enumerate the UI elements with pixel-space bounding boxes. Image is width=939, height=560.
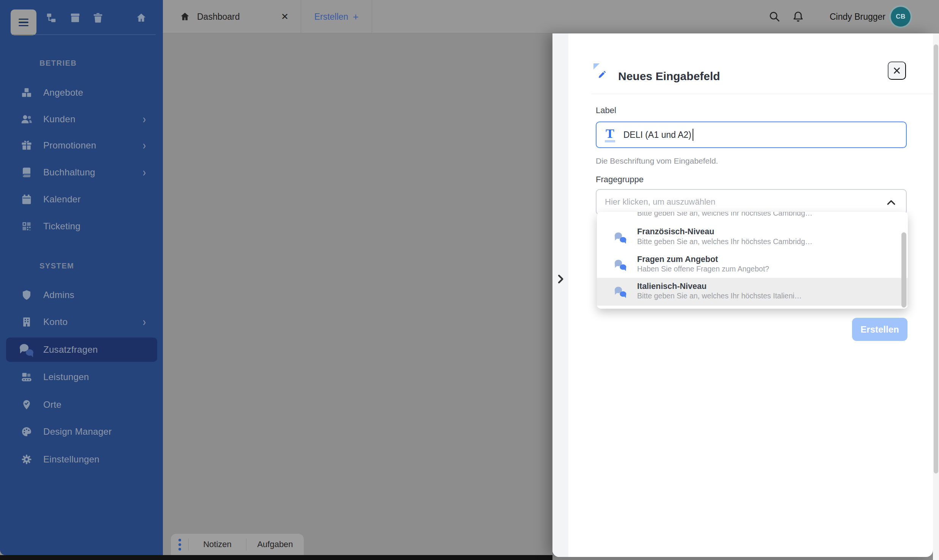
tab-label: Dashboard: [197, 12, 240, 22]
chat-bubbles-icon: [615, 260, 627, 270]
sidebar-item-buchhaltung[interactable]: Buchhaltung ›: [6, 160, 157, 185]
plus-icon: +: [353, 11, 358, 23]
cubes-icon: [20, 86, 33, 99]
map-pin-icon: [20, 398, 33, 411]
notes-tab[interactable]: Notizen: [189, 539, 246, 549]
building-icon: [20, 315, 33, 328]
dropdown-option-description: Bitte geben Sie an, welches Ihr höchstes…: [637, 292, 802, 300]
qr-code-icon: [20, 220, 33, 233]
drawer-title: Neues Eingabefeld: [618, 70, 720, 83]
sidebar-item-design-manager[interactable]: Design Manager: [6, 420, 157, 444]
sidebar-item-label: Kalender: [43, 194, 80, 205]
sidebar-item-kalender[interactable]: Kalender: [6, 187, 157, 211]
tab-erstellen[interactable]: Erstellen +: [301, 0, 372, 33]
sidebar-item-label: Promotionen: [43, 140, 96, 151]
dropdown-option-description: Haben Sie offene Fragen zum Angebot?: [637, 265, 769, 273]
label-help-text: Die Beschriftung vom Eingabefeld.: [596, 156, 718, 166]
sidebar-item-label: Orte: [43, 399, 62, 410]
home-icon[interactable]: [136, 12, 147, 24]
drawer-rail: [552, 33, 568, 557]
label-input[interactable]: T DELI (A1 und A2): [596, 121, 907, 148]
close-tab-icon[interactable]: ✕: [281, 11, 289, 22]
sidebar-item-promotionen[interactable]: Promotionen ›: [6, 133, 157, 158]
sidebar: BETRIEB Angebote Kunden › Promotionen ›: [0, 0, 163, 555]
sidebar-item-label: Zusatzfragen: [43, 344, 98, 355]
tasks-tab[interactable]: Aufgaben: [246, 539, 304, 549]
chat-bubbles-icon: [20, 343, 33, 356]
sidebar-item-label: Design Manager: [43, 426, 112, 437]
fragegruppe-dropdown: Bitte geben Sie an, welches Ihr höchstes…: [597, 212, 908, 309]
chevron-right-icon: ›: [143, 112, 146, 126]
dropdown-option-description: Bitte geben Sie an, welches Ihr höchstes…: [637, 237, 813, 246]
sitemap-icon[interactable]: [46, 12, 57, 24]
chat-bubbles-icon: [615, 232, 627, 242]
collapse-chevron-icon[interactable]: [554, 273, 567, 285]
users-icon: [20, 113, 33, 126]
sidebar-item-label: Angebote: [43, 87, 83, 98]
tab-dashboard[interactable]: Dashboard ✕: [163, 0, 301, 33]
label-input-value: DELI (A1 und A2): [623, 130, 691, 140]
sidebar-item-kunden[interactable]: Kunden ›: [6, 107, 157, 131]
sidebar-item-label: Einstellungen: [43, 454, 99, 465]
chevron-up-icon: [885, 197, 897, 208]
sidebar-item-ticketing[interactable]: Ticketing: [6, 214, 157, 238]
user-name[interactable]: Cindy Brugger: [830, 0, 885, 33]
bottom-dock: Notizen Aufgaben: [171, 534, 304, 555]
dropdown-scrollbar-thumb[interactable]: [901, 232, 906, 308]
group-field-label: Fragegruppe: [596, 175, 644, 185]
chevron-right-icon: ›: [143, 139, 146, 152]
new-input-field-drawer: Neues Eingabefeld Label T DELI (A1 und A…: [552, 33, 933, 557]
label-field-label: Label: [596, 106, 616, 115]
archive-icon[interactable]: [69, 12, 81, 24]
dropdown-option-title[interactable]: Französisch-Niveau: [637, 227, 714, 237]
text-type-icon: T: [605, 127, 615, 142]
clipped-option-description: Bitte geben Sie an, welches Ihr höchstes…: [637, 212, 888, 220]
sidebar-section-system: SYSTEM: [39, 262, 74, 270]
home-icon: [180, 11, 190, 22]
text-cursor: [693, 129, 693, 141]
menu-icon: [19, 17, 28, 28]
avatar[interactable]: CB: [891, 7, 911, 27]
scrollbar-thumb[interactable]: [934, 44, 938, 473]
dropdown-option-title[interactable]: Italienisch-Niveau: [637, 282, 707, 291]
create-button[interactable]: Erstellen: [852, 318, 907, 341]
sidebar-toolbar-divider: [11, 35, 156, 35]
sidebar-collapse-button[interactable]: [11, 9, 36, 35]
kebab-menu-icon[interactable]: [171, 538, 188, 551]
chevron-right-icon: ›: [143, 166, 146, 179]
calendar-icon: [20, 193, 33, 206]
sidebar-section-betrieb: BETRIEB: [39, 59, 77, 68]
sidebar-item-label: Leistungen: [43, 372, 89, 382]
drawer-header-divider: [591, 94, 933, 94]
shield-icon: [20, 289, 33, 301]
pencil-icon: [597, 71, 606, 79]
fragegruppe-select[interactable]: Hier klicken, um auszuwählen: [596, 189, 907, 215]
search-icon[interactable]: [769, 11, 781, 23]
scrollbar-track[interactable]: [933, 33, 939, 560]
sidebar-item-zusatzfragen[interactable]: Zusatzfragen: [6, 338, 157, 362]
sidebar-item-konto[interactable]: Konto ›: [6, 310, 157, 334]
sidebar-item-angebote[interactable]: Angebote: [6, 80, 157, 105]
close-drawer-button[interactable]: [888, 62, 906, 80]
app-window: BETRIEB Angebote Kunden › Promotionen ›: [0, 0, 939, 560]
palette-icon: [20, 425, 33, 438]
trash-icon[interactable]: [92, 12, 104, 24]
bottom-edge: [0, 555, 552, 560]
sidebar-item-label: Ticketing: [43, 221, 80, 232]
sidebar-item-label: Konto: [43, 317, 68, 327]
sidebar-item-einstellungen[interactable]: Einstellungen: [6, 447, 157, 472]
bell-icon[interactable]: [792, 11, 804, 23]
sidebar-item-leistungen[interactable]: Leistungen: [6, 365, 157, 389]
edit-bubble-icon: [593, 67, 611, 85]
conveyor-icon: [20, 371, 33, 383]
dropdown-option-title[interactable]: Fragen zum Angebot: [637, 255, 718, 264]
sidebar-item-admins[interactable]: Admins: [6, 283, 157, 307]
sidebar-item-orte[interactable]: Orte: [6, 393, 157, 417]
gear-icon: [20, 453, 33, 466]
gift-icon: [20, 139, 33, 152]
chevron-right-icon: ›: [143, 315, 146, 329]
chat-bubbles-icon: [615, 287, 627, 297]
tab-label: Erstellen: [314, 12, 348, 22]
book-icon: [20, 166, 33, 179]
sidebar-item-label: Admins: [43, 290, 74, 300]
